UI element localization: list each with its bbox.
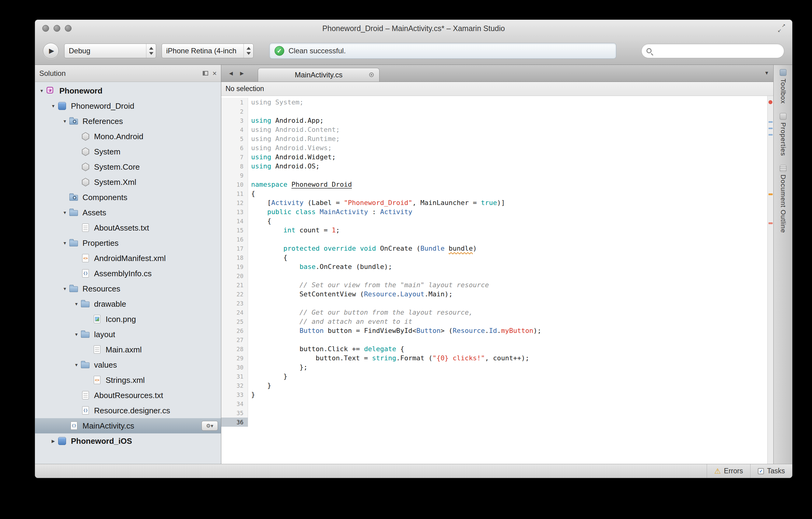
code-line-7[interactable]: 7using Android.Widget; bbox=[221, 153, 767, 162]
run-button[interactable]: ▶ bbox=[43, 43, 59, 59]
tree-item-phoneword[interactable]: ▼Phoneword bbox=[35, 83, 221, 99]
code-line-35[interactable]: 35 bbox=[221, 408, 767, 417]
line-number[interactable]: 11 bbox=[221, 189, 248, 198]
tree-item-resource-designer-cs[interactable]: Resource.designer.cs bbox=[35, 403, 221, 418]
code-line-23[interactable]: 23 bbox=[221, 299, 767, 308]
code-line-29[interactable]: 29 button.Text = string.Format ("{0} cli… bbox=[221, 354, 767, 363]
line-number[interactable]: 24 bbox=[221, 308, 248, 317]
line-number[interactable]: 7 bbox=[221, 153, 248, 162]
code-line-32[interactable]: 32 } bbox=[221, 381, 767, 390]
line-number[interactable]: 23 bbox=[221, 299, 248, 308]
code-line-11[interactable]: 11{ bbox=[221, 189, 767, 198]
code-line-19[interactable]: 19 base.OnCreate (bundle); bbox=[221, 262, 767, 271]
tree-item-resources[interactable]: ▼Resources bbox=[35, 281, 221, 296]
line-number[interactable]: 26 bbox=[221, 326, 248, 335]
search-field[interactable] bbox=[641, 44, 784, 58]
code-line-9[interactable]: 9 bbox=[221, 171, 767, 180]
tree-item-values[interactable]: ▼values bbox=[35, 357, 221, 373]
code-line-22[interactable]: 22 SetContentView (Resource.Layout.Main)… bbox=[221, 290, 767, 299]
code-line-26[interactable]: 26 Button button = FindViewById<Button> … bbox=[221, 326, 767, 335]
line-number[interactable]: 4 bbox=[221, 125, 248, 134]
code-line-12[interactable]: 12 [Activity (Label = "Phoneword_Droid",… bbox=[221, 198, 767, 208]
line-number[interactable]: 5 bbox=[221, 134, 248, 143]
disclosure-open-icon[interactable]: ▼ bbox=[61, 210, 69, 215]
code-line-30[interactable]: 30 }; bbox=[221, 363, 767, 372]
code-line-34[interactable]: 34 bbox=[221, 399, 767, 408]
tree-item-drawable[interactable]: ▼drawable bbox=[35, 296, 221, 311]
tree-item-system[interactable]: System bbox=[35, 144, 221, 159]
tree-item-assets[interactable]: ▼Assets bbox=[35, 205, 221, 220]
line-number[interactable]: 35 bbox=[221, 408, 248, 417]
code-line-16[interactable]: 16 bbox=[221, 235, 767, 244]
code-line-20[interactable]: 20 bbox=[221, 271, 767, 280]
code-line-36[interactable]: 36 bbox=[221, 417, 767, 427]
line-number[interactable]: 27 bbox=[221, 335, 248, 345]
tree-item-components[interactable]: Components bbox=[35, 190, 221, 205]
code-line-21[interactable]: 21 // Set our view from the "main" layou… bbox=[221, 280, 767, 290]
code-editor[interactable]: 1using System;23using Android.App;4using… bbox=[221, 96, 773, 464]
code-line-31[interactable]: 31 } bbox=[221, 372, 767, 381]
analysis-marker[interactable] bbox=[768, 128, 773, 129]
tree-item-phoneword-ios[interactable]: ▶Phoneword_iOS bbox=[35, 433, 221, 449]
line-number[interactable]: 8 bbox=[221, 162, 248, 171]
line-number[interactable]: 21 bbox=[221, 280, 248, 290]
close-pad-icon[interactable]: × bbox=[212, 70, 217, 77]
line-number[interactable]: 30 bbox=[221, 363, 248, 372]
code-line-2[interactable]: 2 bbox=[221, 107, 767, 116]
dock-pad-icon[interactable] bbox=[203, 71, 208, 76]
code-line-13[interactable]: 13 public class MainActivity : Activity bbox=[221, 208, 767, 217]
line-number[interactable]: 22 bbox=[221, 290, 248, 299]
line-number[interactable]: 32 bbox=[221, 381, 248, 390]
disclosure-open-icon[interactable]: ▼ bbox=[37, 88, 46, 93]
code-lines[interactable]: 1using System;23using Android.App;4using… bbox=[221, 96, 767, 464]
code-line-5[interactable]: 5using Android.Runtime; bbox=[221, 134, 767, 143]
line-number[interactable]: 17 bbox=[221, 244, 248, 253]
line-number[interactable]: 12 bbox=[221, 198, 248, 208]
tree-item-icon-png[interactable]: Icon.png bbox=[35, 311, 221, 327]
line-number[interactable]: 10 bbox=[221, 180, 248, 189]
line-number[interactable]: 19 bbox=[221, 262, 248, 271]
disclosure-closed-icon[interactable]: ▶ bbox=[49, 439, 58, 443]
code-line-10[interactable]: 10namespace Phoneword_Droid bbox=[221, 180, 767, 189]
disclosure-open-icon[interactable]: ▼ bbox=[61, 286, 69, 291]
tree-item-main-axml[interactable]: Main.axml bbox=[35, 342, 221, 357]
code-line-17[interactable]: 17 protected override void OnCreate (Bun… bbox=[221, 244, 767, 253]
line-number[interactable]: 20 bbox=[221, 271, 248, 280]
line-number[interactable]: 29 bbox=[221, 354, 248, 363]
line-number[interactable]: 34 bbox=[221, 399, 248, 408]
fullscreen-icon[interactable]: ↗ ↙ bbox=[777, 23, 786, 33]
code-line-33[interactable]: 33} bbox=[221, 390, 767, 399]
line-number[interactable]: 16 bbox=[221, 235, 248, 244]
code-line-1[interactable]: 1using System; bbox=[221, 98, 767, 107]
line-number[interactable]: 14 bbox=[221, 217, 248, 226]
line-number[interactable]: 2 bbox=[221, 107, 248, 116]
errors-button[interactable]: ⚠ Errors bbox=[707, 464, 750, 478]
code-line-25[interactable]: 25 // and attach an event to it bbox=[221, 317, 767, 326]
line-number[interactable]: 36 bbox=[221, 417, 248, 427]
line-number[interactable]: 31 bbox=[221, 372, 248, 381]
tree-item-strings-xml[interactable]: Strings.xml bbox=[35, 373, 221, 388]
tab-overflow-icon[interactable]: ▼ bbox=[764, 70, 769, 76]
build-config-select[interactable]: Debug bbox=[64, 44, 156, 58]
analysis-marker[interactable] bbox=[768, 222, 773, 224]
line-number[interactable]: 6 bbox=[221, 143, 248, 153]
tree-item-androidmanifest-xml[interactable]: AndroidManifest.xml bbox=[35, 251, 221, 266]
tree-item-system-core[interactable]: System.Core bbox=[35, 159, 221, 174]
code-line-15[interactable]: 15 int count = 1; bbox=[221, 226, 767, 235]
titlebar[interactable]: Phoneword_Droid – MainActivity.cs* – Xam… bbox=[35, 20, 792, 37]
code-line-27[interactable]: 27 bbox=[221, 335, 767, 345]
tree-item-aboutassets-txt[interactable]: AboutAssets.txt bbox=[35, 220, 221, 236]
tree-item-phoneword-droid[interactable]: ▼Phoneword_Droid bbox=[35, 99, 221, 114]
tree-item-aboutresources-txt[interactable]: AboutResources.txt bbox=[35, 388, 221, 403]
disclosure-open-icon[interactable]: ▼ bbox=[72, 362, 81, 367]
nav-forward-button[interactable]: ▶ bbox=[236, 67, 248, 80]
line-number[interactable]: 25 bbox=[221, 317, 248, 326]
nav-back-button[interactable]: ◀ bbox=[226, 67, 236, 80]
tree-item-options-button[interactable]: ⚙▾ bbox=[201, 421, 218, 431]
disclosure-open-icon[interactable]: ▼ bbox=[61, 119, 69, 124]
line-number[interactable]: 3 bbox=[221, 116, 248, 125]
panel-tab-document-outline[interactable]: Document Outline bbox=[779, 165, 787, 233]
marker-strip[interactable] bbox=[767, 96, 773, 464]
line-number[interactable]: 1 bbox=[221, 98, 248, 107]
tree-item-system-xml[interactable]: System.Xml bbox=[35, 174, 221, 190]
